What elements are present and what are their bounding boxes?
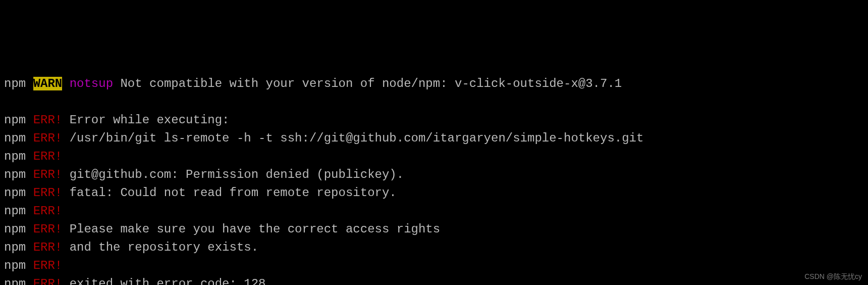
log-message: fatal: Could not read from remote reposi… <box>62 186 397 200</box>
log-message: Not compatible with your version of node… <box>113 77 622 90</box>
terminal-line: npm ERR! fatal: Could not read from remo… <box>4 184 864 202</box>
terminal-output: npm WARN notsup Not compatible with your… <box>4 75 864 285</box>
npm-prefix: npm <box>4 277 26 285</box>
terminal-line: npm ERR! <box>4 257 864 275</box>
npm-prefix: npm <box>4 222 26 236</box>
log-level-err: ERR! <box>33 277 63 285</box>
log-message: and the repository exists. <box>62 241 258 254</box>
log-sublevel: notsup <box>70 77 113 90</box>
log-level-warn: WARN <box>33 77 63 90</box>
npm-prefix: npm <box>4 77 26 90</box>
npm-prefix: npm <box>4 259 26 272</box>
npm-prefix: npm <box>4 113 26 127</box>
npm-prefix: npm <box>4 186 26 200</box>
log-level-err: ERR! <box>33 113 63 127</box>
log-message: /usr/bin/git ls-remote -h -t ssh://git@g… <box>62 131 643 145</box>
log-level-err: ERR! <box>33 222 63 236</box>
log-level-err: ERR! <box>33 259 63 272</box>
npm-prefix: npm <box>4 168 26 181</box>
log-level-err: ERR! <box>33 241 63 254</box>
log-level-err: ERR! <box>33 150 63 163</box>
log-level-err: ERR! <box>33 204 63 218</box>
log-message: git@github.com: Permission denied (publi… <box>62 168 404 181</box>
log-message: Error while executing: <box>62 113 229 127</box>
terminal-line: npm ERR! /usr/bin/git ls-remote -h -t ss… <box>4 129 864 148</box>
terminal-line: npm ERR! Please make sure you have the c… <box>4 220 864 239</box>
terminal-line <box>4 93 864 111</box>
log-level-err: ERR! <box>33 186 63 200</box>
npm-prefix: npm <box>4 204 26 218</box>
npm-prefix: npm <box>4 150 26 163</box>
log-message: exited with error code: 128 <box>62 277 265 285</box>
log-level-err: ERR! <box>33 168 63 181</box>
npm-prefix: npm <box>4 241 26 254</box>
npm-prefix: npm <box>4 131 26 145</box>
terminal-line: npm ERR! git@github.com: Permission deni… <box>4 166 864 184</box>
log-message: Please make sure you have the correct ac… <box>62 222 440 236</box>
terminal-line: npm ERR! Error while executing: <box>4 111 864 129</box>
log-level-err: ERR! <box>33 131 63 145</box>
terminal-line: npm ERR! exited with error code: 128 <box>4 275 864 285</box>
terminal-line: npm WARN notsup Not compatible with your… <box>4 75 864 93</box>
terminal-line: npm ERR! and the repository exists. <box>4 239 864 257</box>
terminal-line: npm ERR! <box>4 148 864 166</box>
watermark: CSDN @陈无忧cy <box>804 271 862 282</box>
terminal-line: npm ERR! <box>4 202 864 220</box>
